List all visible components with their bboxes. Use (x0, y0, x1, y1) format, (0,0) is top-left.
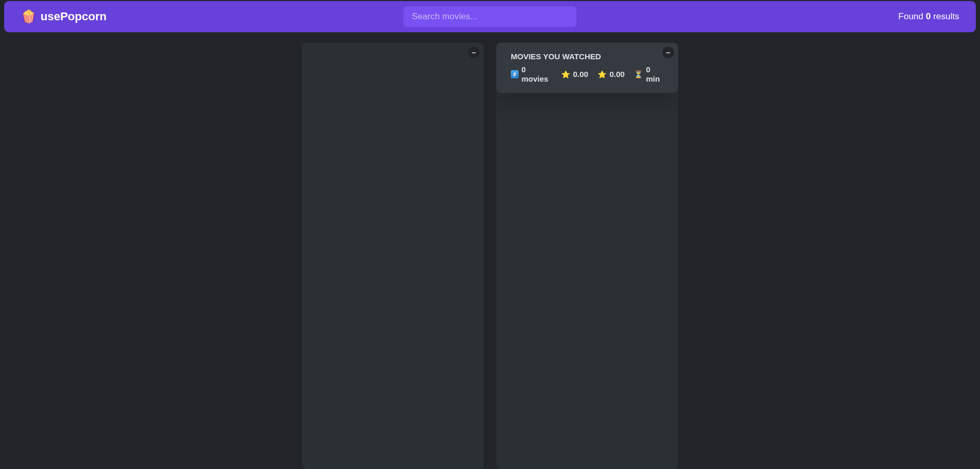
results-prefix: Found (898, 11, 926, 21)
stat-user-value: 0.00 (610, 70, 625, 79)
hash-icon: # (511, 70, 519, 79)
toggle-movie-list-button[interactable]: – (468, 47, 480, 58)
watched-summary: MOVIES YOU WATCHED # 0 movies ⭐ 0.00 ⭐ 0… (496, 43, 678, 93)
stat-count-value: 0 movies (522, 65, 552, 84)
main-content: – – MOVIES YOU WATCHED # 0 movies ⭐ 0.00… (1, 43, 979, 469)
stat-imdb-rating: ⭐ 0.00 (561, 70, 588, 79)
navbar: 🍿 usePopcorn Found 0 results (4, 1, 976, 32)
toggle-watched-button[interactable]: – (663, 47, 674, 58)
hourglass-icon: ⏳ (634, 70, 643, 79)
stat-imdb-value: 0.00 (573, 70, 588, 79)
search-input[interactable] (404, 6, 577, 27)
stat-runtime-value: 0 min (646, 65, 664, 84)
watched-summary-title: MOVIES YOU WATCHED (511, 52, 664, 61)
popcorn-icon: 🍿 (21, 9, 36, 24)
results-suffix: results (931, 11, 959, 21)
stat-user-rating: ⭐ 0.00 (598, 70, 625, 79)
star-icon: ⭐ (598, 70, 606, 79)
stat-count: # 0 movies (511, 65, 552, 84)
results-count: Found 0 results (898, 11, 959, 22)
watched-box: – MOVIES YOU WATCHED # 0 movies ⭐ 0.00 ⭐… (496, 43, 678, 469)
movie-list-box: – (302, 43, 484, 469)
logo-text: usePopcorn (41, 10, 107, 23)
watched-summary-stats: # 0 movies ⭐ 0.00 ⭐ 0.00 ⏳ 0 min (511, 65, 664, 84)
star-icon: ⭐ (561, 70, 570, 79)
logo: 🍿 usePopcorn (21, 9, 107, 24)
results-number: 0 (926, 11, 931, 21)
stat-runtime: ⏳ 0 min (634, 65, 664, 84)
